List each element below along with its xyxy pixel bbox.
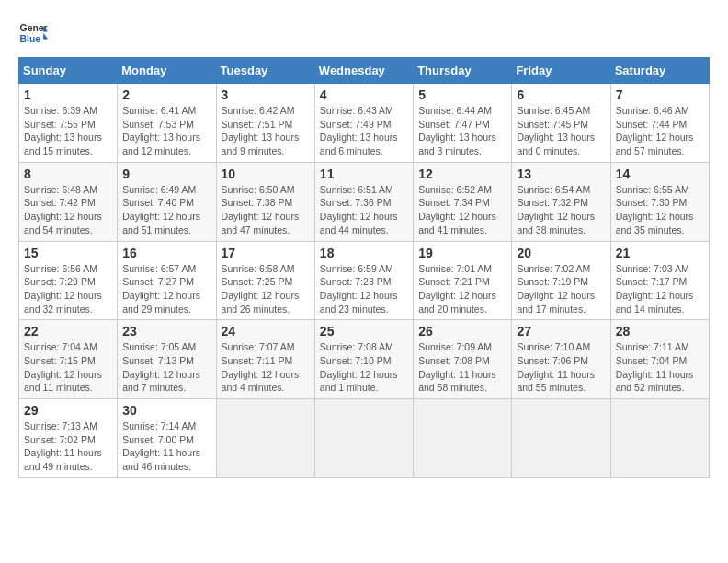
calendar-cell bbox=[414, 399, 512, 478]
calendar-cell: 10Sunrise: 6:50 AM Sunset: 7:38 PM Dayli… bbox=[216, 162, 314, 241]
calendar-cell bbox=[610, 399, 709, 478]
calendar-cell bbox=[216, 399, 314, 478]
calendar-cell: 7Sunrise: 6:46 AM Sunset: 7:44 PM Daylig… bbox=[610, 84, 709, 163]
weekday-header-friday: Friday bbox=[512, 58, 610, 84]
calendar-table: SundayMondayTuesdayWednesdayThursdayFrid… bbox=[18, 57, 710, 478]
day-info: Sunrise: 6:41 AM Sunset: 7:53 PM Dayligh… bbox=[122, 104, 210, 158]
calendar-cell: 12Sunrise: 6:52 AM Sunset: 7:34 PM Dayli… bbox=[414, 162, 512, 241]
day-info: Sunrise: 6:56 AM Sunset: 7:29 PM Dayligh… bbox=[24, 262, 112, 316]
calendar-cell: 13Sunrise: 6:54 AM Sunset: 7:32 PM Dayli… bbox=[512, 162, 610, 241]
day-info: Sunrise: 6:46 AM Sunset: 7:44 PM Dayligh… bbox=[616, 104, 704, 158]
day-number: 20 bbox=[517, 246, 605, 260]
day-info: Sunrise: 6:57 AM Sunset: 7:27 PM Dayligh… bbox=[122, 262, 210, 316]
day-info: Sunrise: 7:01 AM Sunset: 7:21 PM Dayligh… bbox=[418, 262, 506, 316]
calendar-cell: 11Sunrise: 6:51 AM Sunset: 7:36 PM Dayli… bbox=[314, 162, 413, 241]
day-info: Sunrise: 7:03 AM Sunset: 7:17 PM Dayligh… bbox=[616, 262, 704, 316]
day-number: 10 bbox=[222, 167, 310, 181]
calendar-cell: 20Sunrise: 7:02 AM Sunset: 7:19 PM Dayli… bbox=[512, 241, 610, 320]
calendar-week-4: 22Sunrise: 7:04 AM Sunset: 7:15 PM Dayli… bbox=[19, 320, 710, 399]
weekday-header-row: SundayMondayTuesdayWednesdayThursdayFrid… bbox=[19, 58, 710, 84]
calendar-cell: 16Sunrise: 6:57 AM Sunset: 7:27 PM Dayli… bbox=[118, 241, 216, 320]
day-number: 19 bbox=[418, 246, 506, 260]
calendar-cell: 2Sunrise: 6:41 AM Sunset: 7:53 PM Daylig… bbox=[118, 84, 216, 163]
svg-text:Blue: Blue bbox=[20, 34, 41, 44]
day-number: 18 bbox=[320, 246, 408, 260]
day-number: 11 bbox=[320, 167, 408, 181]
day-number: 15 bbox=[24, 246, 112, 260]
day-number: 7 bbox=[616, 87, 704, 102]
calendar-cell: 5Sunrise: 6:44 AM Sunset: 7:47 PM Daylig… bbox=[414, 84, 512, 163]
calendar-cell: 29Sunrise: 7:13 AM Sunset: 7:02 PM Dayli… bbox=[19, 399, 118, 478]
day-number: 2 bbox=[122, 87, 210, 102]
day-number: 5 bbox=[418, 87, 506, 102]
day-info: Sunrise: 7:14 AM Sunset: 7:00 PM Dayligh… bbox=[122, 419, 210, 474]
calendar-cell: 6Sunrise: 6:45 AM Sunset: 7:45 PM Daylig… bbox=[512, 84, 610, 163]
day-number: 25 bbox=[320, 324, 408, 339]
weekday-header-monday: Monday bbox=[118, 58, 216, 84]
calendar-cell: 19Sunrise: 7:01 AM Sunset: 7:21 PM Dayli… bbox=[414, 241, 512, 320]
day-info: Sunrise: 6:39 AM Sunset: 7:55 PM Dayligh… bbox=[24, 104, 112, 158]
calendar-cell: 30Sunrise: 7:14 AM Sunset: 7:00 PM Dayli… bbox=[118, 399, 216, 478]
day-number: 22 bbox=[24, 324, 112, 339]
day-number: 16 bbox=[122, 246, 210, 260]
day-info: Sunrise: 7:13 AM Sunset: 7:02 PM Dayligh… bbox=[24, 419, 112, 474]
day-info: Sunrise: 6:50 AM Sunset: 7:38 PM Dayligh… bbox=[222, 183, 310, 237]
day-number: 29 bbox=[24, 403, 112, 418]
calendar-cell: 17Sunrise: 6:58 AM Sunset: 7:25 PM Dayli… bbox=[216, 241, 314, 320]
day-info: Sunrise: 7:08 AM Sunset: 7:10 PM Dayligh… bbox=[320, 340, 408, 395]
calendar-cell bbox=[512, 399, 610, 478]
day-number: 26 bbox=[418, 324, 506, 339]
day-info: Sunrise: 6:43 AM Sunset: 7:49 PM Dayligh… bbox=[320, 104, 408, 158]
weekday-header-thursday: Thursday bbox=[414, 58, 512, 84]
weekday-header-wednesday: Wednesday bbox=[314, 58, 413, 84]
day-info: Sunrise: 6:59 AM Sunset: 7:23 PM Dayligh… bbox=[320, 262, 408, 316]
calendar-week-5: 29Sunrise: 7:13 AM Sunset: 7:02 PM Dayli… bbox=[19, 399, 710, 478]
day-info: Sunrise: 7:11 AM Sunset: 7:04 PM Dayligh… bbox=[616, 340, 704, 395]
calendar-cell bbox=[314, 399, 413, 478]
calendar-cell: 8Sunrise: 6:48 AM Sunset: 7:42 PM Daylig… bbox=[19, 162, 118, 241]
calendar-week-1: 1Sunrise: 6:39 AM Sunset: 7:55 PM Daylig… bbox=[19, 84, 710, 163]
calendar-week-2: 8Sunrise: 6:48 AM Sunset: 7:42 PM Daylig… bbox=[19, 162, 710, 241]
calendar-cell: 27Sunrise: 7:10 AM Sunset: 7:06 PM Dayli… bbox=[512, 320, 610, 399]
calendar-cell: 26Sunrise: 7:09 AM Sunset: 7:08 PM Dayli… bbox=[414, 320, 512, 399]
day-number: 12 bbox=[418, 167, 506, 181]
day-number: 14 bbox=[616, 167, 704, 181]
calendar-cell: 21Sunrise: 7:03 AM Sunset: 7:17 PM Dayli… bbox=[610, 241, 709, 320]
calendar-cell: 23Sunrise: 7:05 AM Sunset: 7:13 PM Dayli… bbox=[118, 320, 216, 399]
day-number: 1 bbox=[24, 87, 112, 102]
day-number: 9 bbox=[122, 167, 210, 181]
day-number: 13 bbox=[517, 167, 605, 181]
calendar-cell: 4Sunrise: 6:43 AM Sunset: 7:49 PM Daylig… bbox=[314, 84, 413, 163]
day-number: 24 bbox=[222, 324, 310, 339]
day-info: Sunrise: 6:51 AM Sunset: 7:36 PM Dayligh… bbox=[320, 183, 408, 237]
calendar-cell: 14Sunrise: 6:55 AM Sunset: 7:30 PM Dayli… bbox=[610, 162, 709, 241]
day-info: Sunrise: 6:44 AM Sunset: 7:47 PM Dayligh… bbox=[418, 104, 506, 158]
day-info: Sunrise: 6:52 AM Sunset: 7:34 PM Dayligh… bbox=[418, 183, 506, 237]
day-number: 17 bbox=[222, 246, 310, 260]
day-info: Sunrise: 6:58 AM Sunset: 7:25 PM Dayligh… bbox=[222, 262, 310, 316]
weekday-header-tuesday: Tuesday bbox=[216, 58, 314, 84]
logo: General Blue bbox=[18, 18, 48, 48]
day-info: Sunrise: 6:48 AM Sunset: 7:42 PM Dayligh… bbox=[24, 183, 112, 237]
calendar-cell: 25Sunrise: 7:08 AM Sunset: 7:10 PM Dayli… bbox=[314, 320, 413, 399]
calendar-cell: 1Sunrise: 6:39 AM Sunset: 7:55 PM Daylig… bbox=[19, 84, 118, 163]
day-info: Sunrise: 7:10 AM Sunset: 7:06 PM Dayligh… bbox=[517, 340, 605, 395]
page-header: General Blue bbox=[18, 18, 710, 48]
day-number: 4 bbox=[320, 87, 408, 102]
calendar-cell: 9Sunrise: 6:49 AM Sunset: 7:40 PM Daylig… bbox=[118, 162, 216, 241]
day-number: 6 bbox=[517, 87, 605, 102]
day-number: 30 bbox=[122, 403, 210, 418]
day-info: Sunrise: 7:04 AM Sunset: 7:15 PM Dayligh… bbox=[24, 340, 112, 395]
day-info: Sunrise: 7:02 AM Sunset: 7:19 PM Dayligh… bbox=[517, 262, 605, 316]
day-info: Sunrise: 7:09 AM Sunset: 7:08 PM Dayligh… bbox=[418, 340, 506, 395]
svg-marker-3 bbox=[43, 33, 48, 39]
day-info: Sunrise: 6:54 AM Sunset: 7:32 PM Dayligh… bbox=[517, 183, 605, 237]
logo-icon: General Blue bbox=[18, 18, 48, 48]
calendar-week-3: 15Sunrise: 6:56 AM Sunset: 7:29 PM Dayli… bbox=[19, 241, 710, 320]
day-info: Sunrise: 6:45 AM Sunset: 7:45 PM Dayligh… bbox=[517, 104, 605, 158]
day-info: Sunrise: 6:55 AM Sunset: 7:30 PM Dayligh… bbox=[616, 183, 704, 237]
day-number: 27 bbox=[517, 324, 605, 339]
day-info: Sunrise: 6:49 AM Sunset: 7:40 PM Dayligh… bbox=[122, 183, 210, 237]
calendar-cell: 18Sunrise: 6:59 AM Sunset: 7:23 PM Dayli… bbox=[314, 241, 413, 320]
day-info: Sunrise: 6:42 AM Sunset: 7:51 PM Dayligh… bbox=[222, 104, 310, 158]
